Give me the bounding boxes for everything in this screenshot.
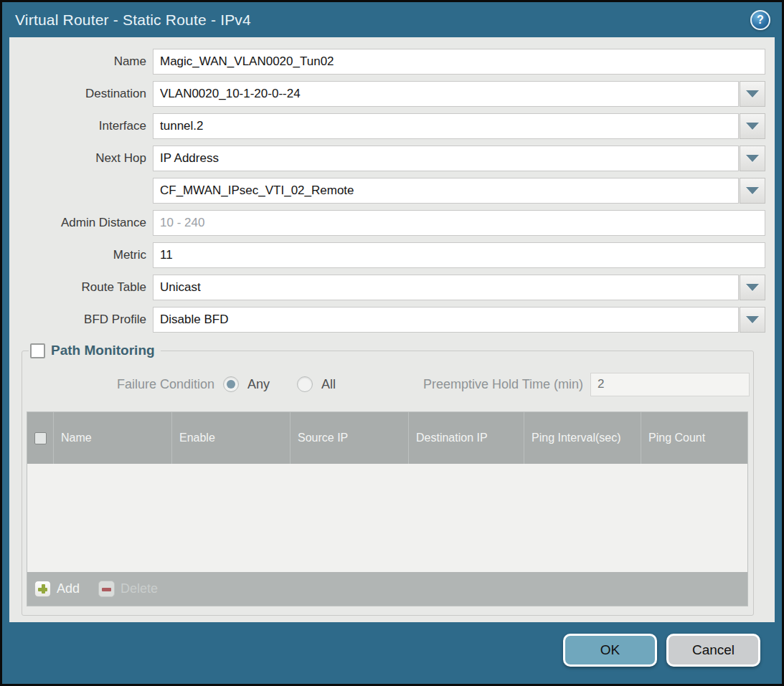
cancel-button[interactable]: Cancel — [666, 634, 760, 667]
radio-all-label: All — [321, 377, 336, 392]
bfd-profile-label: BFD Profile — [9, 313, 153, 327]
form-row-name: Name — [9, 49, 765, 75]
form-row-next-hop: Next Hop — [9, 146, 765, 171]
destination-input[interactable] — [153, 81, 739, 107]
next-hop-address-dropdown-button[interactable] — [740, 178, 765, 204]
path-monitoring-title: Path Monitoring — [51, 343, 155, 358]
dialog-body: Name Destination Interface — [9, 37, 775, 622]
next-hop-type-input[interactable] — [153, 146, 739, 171]
column-header-ping-interval[interactable]: Ping Interval(sec) — [524, 412, 641, 464]
admin-distance-input[interactable] — [153, 210, 765, 236]
preemptive-hold-time-input[interactable] — [590, 373, 750, 396]
metric-input[interactable] — [153, 242, 765, 268]
radio-all[interactable] — [297, 376, 313, 392]
table-footer: Add Delete — [27, 572, 747, 606]
column-header-source-ip[interactable]: Source IP — [290, 412, 408, 464]
path-monitoring-legend: Path Monitoring — [29, 343, 161, 358]
form-row-metric: Metric — [9, 242, 765, 268]
route-table-dropdown-button[interactable] — [740, 275, 765, 300]
help-icon[interactable]: ? — [750, 10, 770, 30]
admin-distance-label: Admin Distance — [9, 216, 153, 230]
next-hop-type-dropdown-button[interactable] — [740, 146, 765, 171]
preemptive-hold-time-label: Preemptive Hold Time (min) — [423, 377, 590, 392]
static-route-dialog: Virtual Router - Static Route - IPv4 ? N… — [0, 0, 784, 686]
path-monitoring-controls: Failure Condition Any All Preemptive Hol… — [26, 371, 750, 397]
name-label: Name — [9, 54, 153, 69]
radio-any[interactable] — [223, 376, 239, 392]
add-button-label: Add — [57, 581, 80, 596]
chevron-down-icon — [746, 284, 759, 291]
minus-icon — [98, 581, 115, 597]
chevron-down-icon — [746, 123, 759, 130]
add-button[interactable]: Add — [34, 581, 80, 597]
column-header-ping-count[interactable]: Ping Count — [641, 412, 747, 464]
next-hop-address-input[interactable] — [153, 178, 739, 204]
metric-label: Metric — [9, 248, 153, 262]
table-header: Name Enable Source IP Destination IP Pin… — [27, 412, 747, 464]
dialog-button-bar: OK Cancel — [2, 622, 782, 684]
bfd-profile-input[interactable] — [153, 307, 739, 333]
table-body-empty — [27, 464, 747, 572]
form-row-route-table: Route Table — [9, 275, 765, 300]
chevron-down-icon — [746, 316, 759, 323]
title-bar: Virtual Router - Static Route - IPv4 ? — [2, 2, 782, 37]
destination-label: Destination — [9, 87, 153, 101]
form-row-interface: Interface — [9, 113, 765, 139]
interface-label: Interface — [9, 119, 153, 133]
delete-button-label: Delete — [121, 581, 158, 596]
chevron-down-icon — [746, 155, 759, 162]
column-header-destination-ip[interactable]: Destination IP — [408, 412, 524, 464]
name-input[interactable] — [153, 49, 765, 75]
delete-button[interactable]: Delete — [98, 581, 158, 597]
path-monitoring-section: Path Monitoring Failure Condition Any Al… — [22, 343, 754, 616]
route-table-input[interactable] — [153, 275, 739, 300]
path-monitoring-checkbox[interactable] — [30, 343, 45, 358]
failure-condition-label: Failure Condition — [26, 377, 223, 392]
destination-dropdown-button[interactable] — [740, 81, 765, 107]
form-row-bfd-profile: BFD Profile — [9, 307, 765, 333]
path-monitoring-table: Name Enable Source IP Destination IP Pin… — [27, 411, 748, 606]
failure-condition-any-option[interactable]: Any — [223, 376, 270, 392]
dialog-frame: Virtual Router - Static Route - IPv4 ? N… — [2, 2, 782, 684]
bfd-profile-dropdown-button[interactable] — [740, 307, 765, 333]
next-hop-label: Next Hop — [9, 151, 153, 166]
form-row-next-hop-address — [9, 178, 765, 204]
table-header-checkbox-cell — [27, 412, 53, 464]
failure-condition-radio-group: Any All — [223, 376, 336, 392]
interface-input[interactable] — [153, 113, 739, 139]
plus-icon — [34, 581, 51, 597]
interface-dropdown-button[interactable] — [740, 113, 765, 139]
radio-any-label: Any — [247, 377, 270, 392]
preemptive-hold-time: Preemptive Hold Time (min) — [423, 373, 750, 396]
ok-button[interactable]: OK — [563, 634, 657, 667]
select-all-checkbox[interactable] — [34, 432, 47, 444]
form-row-admin-distance: Admin Distance — [9, 210, 765, 236]
form-row-destination: Destination — [9, 81, 765, 107]
route-table-label: Route Table — [9, 280, 153, 295]
chevron-down-icon — [746, 90, 759, 97]
failure-condition-all-option[interactable]: All — [297, 376, 336, 392]
dialog-title: Virtual Router - Static Route - IPv4 — [15, 11, 251, 29]
chevron-down-icon — [746, 187, 759, 194]
column-header-name[interactable]: Name — [53, 412, 171, 464]
column-header-enable[interactable]: Enable — [171, 412, 290, 464]
